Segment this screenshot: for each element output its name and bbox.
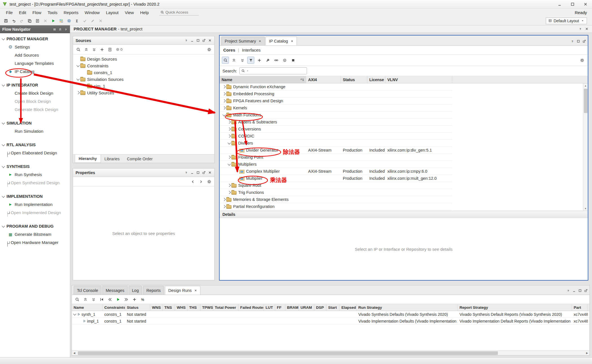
flow-section-header[interactable]: RTL ANALYSIS — [0, 141, 70, 149]
col-header-axi4[interactable]: AXI4 — [306, 76, 341, 83]
ip-catalog-row[interactable]: Kernels — [220, 105, 452, 112]
flow-item-add-sources[interactable]: Add Sources — [0, 51, 70, 59]
col-wns[interactable]: WNS — [150, 304, 163, 311]
col-header-vlnv[interactable]: VLNV — [385, 76, 452, 83]
flow-item-settings[interactable]: Settings — [0, 43, 70, 51]
link-icon[interactable] — [273, 57, 280, 64]
scrollbar-thumb[interactable] — [78, 351, 498, 355]
help-icon[interactable] — [184, 171, 188, 174]
col-bram[interactable]: BRAM — [285, 304, 299, 311]
vertical-scrollbar[interactable]: ▲ ▼ — [583, 83, 588, 211]
tab-messages[interactable]: Messages — [102, 286, 128, 295]
tree-expander[interactable] — [76, 57, 80, 61]
tree-expander[interactable] — [227, 141, 231, 145]
tree-expander[interactable] — [227, 120, 231, 124]
tree-expander[interactable] — [235, 169, 239, 174]
help-icon[interactable] — [571, 39, 574, 43]
group-by-icon[interactable] — [247, 57, 254, 64]
help-icon[interactable] — [578, 27, 582, 31]
ip-catalog-row[interactable]: Multiplier Production Included xilinx.co… — [220, 175, 452, 182]
col-name[interactable]: Name — [72, 304, 103, 311]
tree-expander[interactable] — [227, 190, 231, 195]
first-run-icon[interactable] — [98, 296, 105, 303]
search-icon[interactable] — [74, 296, 81, 303]
maximize-icon[interactable] — [576, 39, 580, 43]
create-run-icon[interactable] — [131, 296, 138, 303]
close-tab-icon[interactable] — [194, 289, 197, 292]
flow-item-ip-catalog[interactable]: IP Catalog — [0, 67, 70, 76]
menu-item[interactable]: Reports — [61, 9, 82, 16]
quick-access-input[interactable] — [165, 10, 194, 14]
properties-panel-header[interactable]: Properties — [73, 168, 214, 177]
quick-access-box[interactable] — [159, 10, 199, 15]
col-status[interactable]: Status — [125, 304, 150, 311]
flow-section-header[interactable]: PROJECT MANAGER — [0, 35, 70, 43]
tab-design-runs[interactable]: Design Runs — [165, 286, 200, 295]
tab-ip-catalog[interactable]: IP Catalog — [266, 37, 297, 45]
col-header-status[interactable]: Status — [341, 76, 367, 83]
ip-search-input[interactable] — [250, 69, 301, 73]
flow-item-open-implemented-design[interactable]: Open Implemented Design — [0, 208, 70, 217]
tab-reports[interactable]: Reports — [143, 286, 164, 295]
design-run-row[interactable]: impl_1 constrs_1 Not started — [72, 318, 589, 325]
subtab-interfaces[interactable]: Interfaces — [242, 48, 260, 52]
ip-search-box[interactable] — [239, 67, 307, 74]
close-icon[interactable] — [585, 27, 589, 31]
flow-section-header[interactable]: IP INTEGRATOR — [0, 81, 70, 89]
collapse-all-icon[interactable] — [58, 28, 62, 31]
tree-expander[interactable] — [227, 155, 231, 159]
search-icon[interactable] — [222, 57, 229, 64]
source-constraints[interactable]: Constraints — [73, 62, 214, 69]
redo-icon[interactable] — [18, 17, 25, 25]
menu-item[interactable]: View — [122, 9, 137, 16]
customize-ip-icon[interactable] — [264, 57, 271, 64]
run-icon[interactable] — [114, 296, 122, 303]
save-icon[interactable] — [2, 17, 10, 25]
help-icon[interactable] — [64, 28, 68, 31]
expand-all-icon[interactable] — [90, 296, 97, 303]
flow-item-create-block-design[interactable]: Create Block Design — [0, 89, 70, 97]
window-maximize-button[interactable] — [566, 0, 579, 8]
tab-log[interactable]: Log — [129, 286, 142, 295]
ip-catalog-row[interactable]: Dynamic Function eXchange — [220, 83, 452, 90]
tree-expander[interactable] — [222, 99, 226, 103]
close-tab-icon[interactable] — [259, 40, 261, 43]
ip-catalog-row[interactable]: Divider Generator AXI4-Stream Production… — [220, 147, 452, 154]
col-tpws[interactable]: TPWS — [200, 304, 213, 311]
ip-catalog-row[interactable]: FPGA Features and Design — [220, 97, 452, 105]
tree-expander[interactable] — [83, 84, 87, 88]
tree-expander[interactable] — [83, 70, 87, 75]
tree-expander[interactable] — [227, 134, 231, 138]
step-back-icon[interactable] — [106, 296, 113, 303]
menu-item[interactable]: Help — [137, 9, 152, 16]
ip-catalog-row[interactable]: Adders & Subtracters — [220, 119, 452, 126]
run-icon[interactable] — [50, 17, 57, 25]
ip-catalog-row[interactable]: Complex Multiplier AXI4-Stream Productio… — [220, 168, 452, 175]
menu-item[interactable]: Flow — [29, 9, 45, 16]
flow-item-open-block-design[interactable]: Open Block Design — [0, 97, 70, 105]
source-simulation-sources[interactable]: Simulation Sources — [73, 76, 214, 83]
settings-gear-icon[interactable] — [206, 178, 213, 185]
flow-item-generate-block-design[interactable]: Generate Block Design — [0, 105, 70, 114]
source-utility-sources[interactable]: Utility Sources — [73, 89, 214, 96]
collapse-all-icon[interactable] — [82, 296, 89, 303]
tree-expander[interactable] — [227, 183, 231, 188]
ip-catalog-row[interactable]: Trig Functions — [220, 189, 452, 196]
settings-gear-icon[interactable] — [206, 46, 213, 53]
flow-section-header[interactable]: SYNTHESIS — [0, 163, 70, 170]
col-header-license[interactable]: License — [367, 76, 385, 83]
copy-icon[interactable] — [26, 17, 33, 25]
tree-expander[interactable] — [222, 85, 226, 89]
col-header-name[interactable]: Name ^1 — [220, 76, 306, 83]
col-failed-routes[interactable]: Failed Routes — [238, 304, 264, 311]
delete-icon[interactable] — [42, 17, 49, 25]
maximize-icon[interactable] — [578, 289, 582, 292]
tree-expander[interactable] — [78, 319, 83, 323]
ip-catalog-row[interactable]: Math Functions — [220, 112, 452, 119]
subtab-cores[interactable]: Cores — [223, 48, 235, 52]
report-icon[interactable] — [34, 17, 41, 25]
col-uram[interactable]: URAM — [299, 304, 314, 311]
add-repository-icon[interactable] — [256, 57, 263, 64]
ip-catalog-row[interactable]: Memories & Storage Elements — [220, 196, 452, 203]
expand-all-icon[interactable] — [90, 46, 98, 53]
